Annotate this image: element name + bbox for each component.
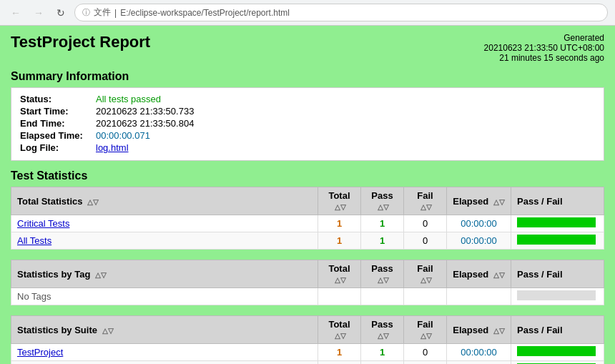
tag-stats-header-row: Statistics by Tag △▽ Total △▽ Pass △▽ Fa…: [11, 260, 604, 288]
table-row: TestProject . TestA11000:00:00: [11, 361, 604, 365]
summary-row-start: Start Time: 20210623 21:33:50.733: [20, 106, 595, 117]
end-time-label: End Time:: [20, 118, 92, 129]
summary-row-end: End Time: 20210623 21:33:50.804: [20, 118, 595, 129]
row-total: 1: [318, 232, 361, 250]
tag-sort-arrow-total[interactable]: △▽: [335, 276, 346, 284]
no-tags-pass: [361, 288, 404, 305]
row-name[interactable]: TestProject: [11, 344, 318, 361]
row-total: 1: [318, 344, 361, 361]
pass-fill: [517, 235, 596, 245]
suite-sort-arrow-total[interactable]: △▽: [335, 332, 346, 340]
row-elapsed: 00:00:00: [447, 344, 511, 361]
row-elapsed: 00:00:00: [447, 232, 511, 250]
total-stats-col-name: Total Statistics △▽: [11, 187, 318, 215]
tag-statistics-table: Statistics by Tag △▽ Total △▽ Pass △▽ Fa…: [11, 260, 604, 305]
suite-statistics-table: Statistics by Suite △▽ Total △▽ Pass △▽ …: [11, 315, 604, 364]
log-file-link[interactable]: log.html: [96, 142, 129, 153]
total-stats-col-passfail: Pass / Fail: [511, 187, 604, 215]
sort-arrow-name[interactable]: △▽: [87, 198, 99, 206]
no-tags-bar: [511, 288, 604, 305]
tag-sort-arrow-elapsed[interactable]: △▽: [493, 271, 505, 279]
suite-sort-arrow-pass[interactable]: △▽: [378, 332, 389, 340]
tag-stats-col-elapsed: Elapsed △▽: [447, 260, 511, 288]
total-stats-col-name-label: Total Statistics: [17, 196, 83, 207]
table-row: All Tests11000:00:00: [11, 232, 604, 250]
browser-chrome: ← → ↻ ⓘ 文件 | E:/eclipse-workspace/TestPr…: [0, 0, 615, 26]
table-row: Critical Tests11000:00:00: [11, 215, 604, 232]
table-row: TestProject11000:00:00: [11, 344, 604, 361]
summary-row-log: Log File: log.html: [20, 142, 595, 153]
summary-row-elapsed: Elapsed Time: 00:00:00.071: [20, 130, 595, 141]
back-button[interactable]: ←: [7, 6, 24, 20]
elapsed-time-value: 00:00:00.071: [96, 130, 150, 141]
refresh-button[interactable]: ↻: [53, 6, 69, 20]
row-passfail-bar-cell: [511, 215, 604, 232]
row-elapsed: 00:00:00: [447, 361, 511, 365]
generated-label: Generated: [484, 33, 604, 43]
sort-arrow-elapsed[interactable]: △▽: [493, 198, 505, 206]
tag-sort-arrow-name[interactable]: △▽: [95, 271, 107, 279]
generated-ago: 21 minutes 15 seconds ago: [484, 53, 604, 63]
total-stats-header-row: Total Statistics △▽ Total △▽ Pass △▽ Fai…: [11, 187, 604, 215]
total-statistics-table: Total Statistics △▽ Total △▽ Pass △▽ Fai…: [11, 187, 604, 250]
status-value: All tests passed: [96, 94, 161, 104]
row-pass: 1: [361, 361, 404, 365]
row-name[interactable]: All Tests: [11, 232, 318, 250]
row-name[interactable]: TestProject . TestA: [11, 361, 318, 365]
tag-sort-arrow-fail[interactable]: △▽: [420, 276, 432, 284]
tag-stats-col-name: Statistics by Tag △▽: [11, 260, 318, 288]
pass-fill: [517, 217, 596, 227]
url-separator: |: [114, 8, 117, 18]
suite-sort-arrow-fail[interactable]: △▽: [420, 332, 432, 340]
pass-fill: [517, 346, 596, 356]
sort-arrow-pass[interactable]: △▽: [378, 203, 389, 211]
total-stats-col-pass: Pass △▽: [361, 187, 404, 215]
page-title: TestProject Report: [11, 33, 150, 51]
row-fail: 0: [404, 344, 447, 361]
tag-stats-col-passfail: Pass / Fail: [511, 260, 604, 288]
tag-stats-col-pass: Pass △▽: [361, 260, 404, 288]
suite-stats-header-row: Statistics by Suite △▽ Total △▽ Pass △▽ …: [11, 316, 604, 344]
log-file-label: Log File:: [20, 142, 92, 153]
suite-stats-col-passfail: Pass / Fail: [511, 316, 604, 344]
row-fail: 0: [404, 232, 447, 250]
row-passfail-bar-cell: [511, 232, 604, 250]
row-total: 1: [318, 215, 361, 232]
generated-datetime: 20210623 21:33:50 UTC+08:00: [484, 43, 604, 53]
summary-section-title: Summary Information: [11, 70, 604, 83]
forward-button[interactable]: →: [30, 6, 47, 20]
row-total: 1: [318, 361, 361, 365]
passfail-bar: [517, 217, 596, 227]
suite-stats-col-total: Total △▽: [318, 316, 361, 344]
no-tags-row: No Tags: [11, 288, 604, 305]
address-bar[interactable]: ⓘ 文件 | E:/eclipse-workspace/TestProject/…: [74, 4, 608, 21]
passfail-bar: [517, 346, 596, 356]
suite-stats-col-fail: Fail △▽: [404, 316, 447, 344]
tag-stats-col-fail: Fail △▽: [404, 260, 447, 288]
passfail-bar: [517, 235, 596, 245]
suite-sort-arrow-elapsed[interactable]: △▽: [493, 327, 505, 335]
no-tags-elapsed: [447, 288, 511, 305]
page-header: TestProject Report Generated 20210623 21…: [11, 33, 604, 63]
row-fail: 0: [404, 215, 447, 232]
sort-arrow-total[interactable]: △▽: [335, 203, 346, 211]
row-fail: 0: [404, 361, 447, 365]
generated-info: Generated 20210623 21:33:50 UTC+08:00 21…: [484, 33, 604, 63]
row-passfail-bar-cell: [511, 344, 604, 361]
row-pass: 1: [361, 344, 404, 361]
suite-sort-arrow-name[interactable]: △▽: [102, 327, 114, 335]
summary-box: Status: All tests passed Start Time: 202…: [11, 87, 604, 161]
total-stats-col-fail: Fail △▽: [404, 187, 447, 215]
url-protocol: 文件: [94, 6, 111, 19]
tag-sort-arrow-pass[interactable]: △▽: [378, 276, 389, 284]
no-tags-total: [318, 288, 361, 305]
row-elapsed: 00:00:00: [447, 215, 511, 232]
sort-arrow-fail[interactable]: △▽: [420, 203, 432, 211]
row-pass: 1: [361, 215, 404, 232]
status-label: Status:: [20, 94, 92, 104]
tag-stats-col-total: Total △▽: [318, 260, 361, 288]
row-name[interactable]: Critical Tests: [11, 215, 318, 232]
no-tags-label: No Tags: [11, 288, 318, 305]
total-stats-col-elapsed: Elapsed △▽: [447, 187, 511, 215]
test-statistics-title: Test Statistics: [11, 169, 604, 182]
